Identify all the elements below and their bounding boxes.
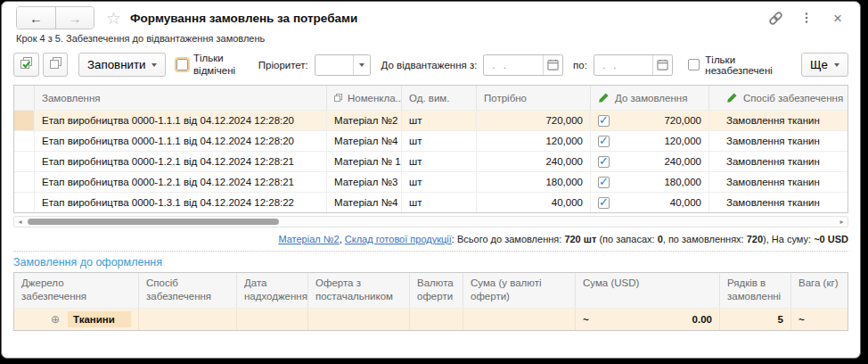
- cell-order[interactable]: Етап виробництва 0000-1.3.1 від 04.12.20…: [34, 193, 326, 212]
- only-marked-checkbox[interactable]: [176, 59, 188, 70]
- cell-sum-usd[interactable]: ~ 0.00: [575, 309, 719, 330]
- cell-nomenclature[interactable]: Матеріал №2: [326, 111, 401, 130]
- column-header-nomenclature[interactable]: Номенкла...: [326, 86, 401, 110]
- sum-usd-value: 0.00: [692, 314, 712, 325]
- more-menu-icon[interactable]: [798, 10, 815, 26]
- cell-order[interactable]: Етап виробництва 0000-1.1.1 від 04.12.20…: [34, 131, 326, 151]
- column-header-sum-usd[interactable]: Сума (USD): [575, 273, 719, 308]
- favorite-star-icon[interactable]: ☆: [106, 10, 121, 27]
- cell-method[interactable]: Замовлення тканин: [708, 131, 848, 151]
- cell-method[interactable]: [138, 309, 236, 330]
- column-header-date[interactable]: Дата надходження: [236, 273, 307, 308]
- column-header-lines[interactable]: Рядків в замовленні: [719, 273, 790, 308]
- ship-to-date-input[interactable]: . .: [594, 54, 673, 76]
- copy-link-icon[interactable]: [767, 10, 783, 26]
- scrollbar-track[interactable]: [26, 217, 836, 227]
- cell-unit[interactable]: шт: [401, 193, 476, 212]
- ship-from-date-value[interactable]: . .: [484, 55, 542, 75]
- priority-dropdown-button[interactable]: [353, 55, 370, 75]
- table-row[interactable]: Етап виробництва 0000-1.1.1 від 04.12.20…: [14, 110, 848, 130]
- cell-nomenclature[interactable]: Матеріал №4: [326, 193, 401, 212]
- to-order-checkbox[interactable]: [598, 156, 610, 168]
- cell-method[interactable]: Замовлення тканин: [708, 193, 848, 212]
- cell-nomenclature[interactable]: Матеріал № 1: [326, 152, 401, 171]
- priority-select[interactable]: [315, 54, 371, 76]
- cell-to-order[interactable]: 180,000: [590, 172, 708, 192]
- cell-unit[interactable]: шт: [401, 111, 476, 130]
- cell-lines[interactable]: 5: [719, 309, 790, 330]
- priority-label: Пріоритет:: [258, 60, 308, 70]
- group-row-fabrics[interactable]: ⊕ Тканини ~ 0.00 5 ~: [14, 308, 848, 330]
- cell-order[interactable]: Етап виробництва 0000-1.1.1 від 04.12.20…: [34, 111, 326, 130]
- table-row[interactable]: Етап виробництва 0000-1.2.1 від 04.12.20…: [14, 151, 848, 171]
- uncheck-all-button[interactable]: [43, 53, 69, 77]
- cell-required[interactable]: 120,000: [476, 131, 590, 151]
- cell-required[interactable]: 720,000: [476, 111, 590, 130]
- ship-to-date-value[interactable]: . .: [594, 55, 652, 75]
- cell-to-order[interactable]: 720,000: [590, 111, 708, 130]
- column-header-method[interactable]: Спосіб забезпечення: [708, 86, 848, 110]
- cell-method[interactable]: Замовлення тканин: [708, 111, 848, 130]
- to-order-checkbox[interactable]: [598, 177, 610, 188]
- column-header-sum-offer[interactable]: Сума (у валюті оферти): [463, 273, 575, 308]
- check-all-button[interactable]: [13, 53, 39, 77]
- close-icon[interactable]: ×: [830, 10, 846, 26]
- cell-source[interactable]: ⊕ Тканини: [14, 309, 138, 330]
- selection-summary: Матеріал №2, Склад готової продукції: Вс…: [13, 234, 848, 244]
- table-row[interactable]: Етап виробництва 0000-1.3.1 від 04.12.20…: [14, 192, 848, 212]
- scrollbar-thumb[interactable]: [28, 219, 279, 225]
- cell-weight[interactable]: ~: [790, 309, 848, 330]
- cell-required[interactable]: 180,000: [476, 172, 590, 192]
- column-header-unit[interactable]: Од. вим.: [401, 86, 476, 110]
- cell-nomenclature[interactable]: Матеріал №4: [326, 131, 401, 151]
- warehouse-link[interactable]: Склад готової продукції: [345, 234, 452, 244]
- fill-button[interactable]: Заповнити: [78, 53, 167, 77]
- column-header-order[interactable]: Замовлення: [34, 86, 326, 110]
- column-header-source[interactable]: Джерело забезпечення: [14, 273, 138, 308]
- table-row[interactable]: Етап виробництва 0000-1.2.1 від 04.12.20…: [14, 171, 848, 192]
- cell-order[interactable]: Етап виробництва 0000-1.2.1 від 04.12.20…: [34, 172, 326, 192]
- ship-from-date-input[interactable]: . .: [483, 54, 562, 76]
- table-row[interactable]: Етап виробництва 0000-1.1.1 від 04.12.20…: [14, 130, 848, 151]
- cell-currency[interactable]: [409, 309, 463, 330]
- cell-order[interactable]: Етап виробництва 0000-1.2.1 від 04.12.20…: [34, 152, 326, 171]
- calendar-icon[interactable]: [543, 55, 562, 75]
- only-unsecured-checkbox[interactable]: [688, 59, 700, 70]
- cell-required[interactable]: 40,000: [476, 193, 590, 212]
- cell-unit[interactable]: шт: [401, 172, 476, 192]
- column-header-weight[interactable]: Вага (кг): [790, 273, 848, 308]
- column-header-currency[interactable]: Валюта оферти: [409, 273, 463, 308]
- column-header-method[interactable]: Спосіб забезпечення: [138, 273, 236, 308]
- column-header-to-order[interactable]: До замовлення: [590, 86, 708, 110]
- horizontal-scrollbar[interactable]: ◂ ▸: [13, 216, 848, 228]
- cell-offer[interactable]: [307, 309, 409, 330]
- cell-method[interactable]: Замовлення тканин: [708, 172, 848, 192]
- more-button[interactable]: Ще: [801, 53, 848, 77]
- forward-button[interactable]: →: [55, 7, 94, 29]
- back-button[interactable]: ←: [17, 7, 55, 29]
- nomenclature-link[interactable]: Матеріал №2: [278, 234, 339, 244]
- cell-required[interactable]: 240,000: [476, 152, 590, 171]
- to-order-value: 240,000: [664, 156, 701, 167]
- column-header-required[interactable]: Потрібно: [476, 86, 590, 110]
- expand-icon[interactable]: ⊕: [51, 314, 60, 325]
- to-order-checkbox[interactable]: [598, 115, 610, 127]
- cell-to-order[interactable]: 240,000: [590, 152, 708, 171]
- cell-sum-offer[interactable]: [463, 309, 575, 330]
- table-header-row: Джерело забезпечення Спосіб забезпечення…: [14, 273, 848, 308]
- calendar-icon[interactable]: [652, 55, 672, 75]
- to-order-checkbox[interactable]: [598, 136, 610, 147]
- cell-nomenclature[interactable]: Матеріал №3: [326, 172, 401, 192]
- to-order-checkbox[interactable]: [598, 197, 610, 209]
- scroll-left-icon[interactable]: ◂: [14, 219, 26, 226]
- column-header-offer[interactable]: Оферта з постачальником: [307, 273, 409, 308]
- cell-date[interactable]: [236, 309, 307, 330]
- source-group-label[interactable]: Тканини: [68, 311, 131, 327]
- scroll-right-icon[interactable]: ▸: [836, 219, 848, 226]
- cell-unit[interactable]: шт: [401, 152, 476, 171]
- to-order-value: 180,000: [664, 177, 701, 187]
- cell-to-order[interactable]: 40,000: [590, 193, 708, 212]
- cell-to-order[interactable]: 120,000: [590, 131, 708, 151]
- cell-unit[interactable]: шт: [401, 131, 476, 151]
- cell-method[interactable]: Замовлення тканин: [708, 152, 848, 171]
